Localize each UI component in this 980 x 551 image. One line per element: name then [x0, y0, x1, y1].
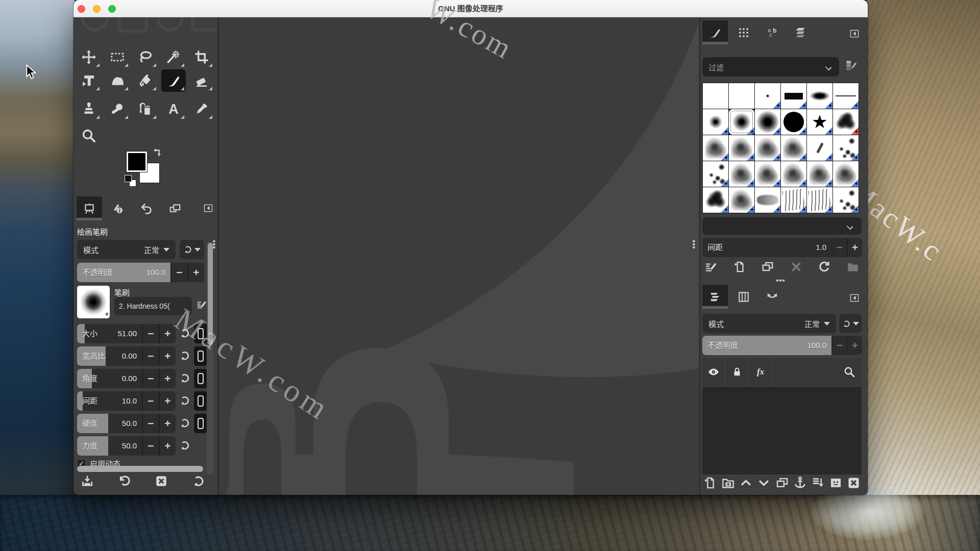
brush-cell[interactable]: + — [833, 135, 859, 161]
increment-button[interactable]: + — [159, 391, 176, 411]
brush-cell[interactable]: + — [781, 83, 806, 109]
increment-button[interactable]: + — [159, 414, 176, 433]
lock-header-cell[interactable] — [726, 358, 748, 386]
increment-button[interactable]: + — [159, 436, 176, 456]
reset-slider-button[interactable] — [179, 372, 190, 384]
brush-cell[interactable]: + — [729, 135, 754, 161]
brush-slider-3[interactable]: 间距10.0−+ — [77, 391, 176, 411]
dock-resize-handle[interactable]: ••• — [776, 276, 785, 286]
foreground-color-swatch[interactable] — [127, 152, 147, 172]
divider-handle-right[interactable]: ••• — [694, 240, 697, 249]
collapse-left-dock-icon[interactable] — [202, 202, 214, 214]
images-tab[interactable] — [162, 196, 188, 220]
divider-handle-left[interactable]: ••• — [214, 240, 217, 249]
brush-cell[interactable]: + — [703, 135, 728, 161]
patterns-tab[interactable] — [731, 20, 756, 44]
add-mask-button[interactable] — [829, 476, 843, 490]
brush-slider-5[interactable]: 力度50.0−+ — [77, 436, 176, 456]
warp-tool[interactable] — [105, 69, 130, 92]
brush-cell[interactable]: + — [703, 187, 728, 213]
duplicate-layer-button[interactable] — [775, 476, 789, 490]
brushes-tab[interactable] — [702, 20, 728, 44]
brush-cell[interactable]: + — [833, 187, 859, 213]
brush-cell[interactable]: + — [781, 109, 806, 135]
duplicate-brush-button[interactable] — [761, 260, 774, 273]
reset-button[interactable] — [192, 474, 205, 488]
decrement-button[interactable]: − — [831, 336, 847, 355]
brush-cell[interactable]: + — [755, 135, 780, 161]
swap-colors-icon[interactable] — [152, 147, 163, 159]
lower-layer-button[interactable] — [757, 476, 771, 490]
revert-button[interactable] — [118, 474, 131, 488]
rect-select-tool[interactable] — [105, 46, 130, 68]
paths-tab[interactable] — [760, 285, 785, 309]
scrollbar-thumb[interactable] — [208, 243, 213, 345]
decrement-button[interactable]: − — [142, 324, 159, 343]
reset-slider-button[interactable] — [179, 395, 190, 406]
collapse-layer-dock-icon[interactable] — [848, 292, 861, 304]
text-tool[interactable]: A — [161, 98, 186, 120]
increment-button[interactable]: + — [159, 369, 176, 388]
vertical-scrollbar[interactable] — [207, 242, 213, 474]
delete-layer-button[interactable] — [847, 476, 861, 490]
tool-options-tab[interactable] — [77, 196, 102, 220]
brush-cell[interactable] — [729, 83, 754, 109]
delete-brush-button[interactable] — [790, 260, 803, 273]
crop-tool[interactable] — [189, 46, 214, 68]
move-tool[interactable] — [77, 46, 101, 68]
brush-cell[interactable]: + — [833, 83, 859, 109]
brush-cell[interactable]: + — [755, 83, 780, 109]
fonts-tab[interactable]: acb — [760, 20, 785, 44]
link-to-brush-button[interactable] — [194, 324, 207, 343]
new-group-button[interactable] — [721, 476, 735, 490]
brush-cell[interactable]: + — [755, 187, 780, 213]
brush-slider-0[interactable]: 大小51.00−+ — [77, 324, 176, 343]
edit-brush-icon[interactable] — [196, 299, 207, 310]
brush-cell[interactable]: + — [833, 109, 859, 135]
eraser-tool[interactable] — [189, 69, 214, 92]
channels-tab[interactable] — [731, 285, 756, 309]
titlebar[interactable]: GNU 图像处理程序 — [74, 0, 868, 17]
brush-name-button[interactable]: 2. Hardness 05( — [114, 297, 192, 315]
transform-tool[interactable] — [77, 69, 101, 92]
brush-filter-input[interactable]: 过滤 — [702, 57, 839, 77]
brush-cell[interactable]: + — [703, 161, 728, 187]
anchor-layer-button[interactable] — [793, 476, 807, 490]
brush-list-view-icon[interactable] — [844, 59, 857, 72]
brush-thumbnail[interactable]: + — [77, 286, 110, 318]
link-to-brush-button[interactable] — [194, 414, 207, 433]
decrement-button[interactable]: − — [170, 263, 187, 282]
layer-search-cell[interactable] — [773, 358, 862, 386]
brush-slider-4[interactable]: 硬度50.0−+ — [77, 414, 176, 433]
device-status-tab[interactable] — [105, 196, 131, 220]
brush-slider-2[interactable]: 角度0.00−+ — [77, 369, 176, 388]
edit-brush-button[interactable] — [704, 260, 718, 273]
raise-layer-button[interactable] — [739, 476, 753, 490]
reset-slider-button[interactable] — [179, 440, 190, 451]
new-layer-button[interactable] — [703, 476, 717, 490]
delete-settings-button[interactable] — [155, 474, 168, 488]
horizontal-scrollbar[interactable] — [77, 466, 203, 472]
brush-cell[interactable]: + — [755, 109, 780, 135]
color-picker-tool[interactable] — [189, 98, 214, 120]
brush-cell-selected[interactable]: + — [729, 109, 754, 135]
layer-mode-reset-button[interactable] — [839, 314, 862, 333]
collapse-brush-dock-icon[interactable] — [848, 28, 861, 40]
link-to-brush-button[interactable] — [194, 391, 207, 411]
brush-cell[interactable]: + — [703, 109, 728, 135]
brush-cell[interactable]: + — [729, 161, 754, 187]
decrement-button[interactable]: − — [142, 369, 159, 388]
increment-button[interactable]: + — [847, 336, 862, 355]
bucket-fill-tool[interactable] — [133, 69, 158, 92]
save-settings-button[interactable] — [81, 474, 94, 488]
layer-opacity-slider[interactable]: 不透明度100.0−+ — [702, 336, 862, 355]
increment-button[interactable]: + — [159, 346, 176, 366]
brush-cell[interactable]: + — [781, 135, 806, 161]
brush-grid-expander[interactable] — [702, 217, 862, 235]
reset-slider-button[interactable] — [179, 417, 190, 429]
decrement-button[interactable]: − — [142, 346, 159, 366]
paint-mode-select[interactable]: 模式 正常 — [77, 240, 176, 259]
zoom-tool[interactable] — [77, 124, 101, 147]
brush-cell[interactable]: + — [807, 135, 832, 161]
layer-list-empty[interactable] — [702, 387, 862, 474]
